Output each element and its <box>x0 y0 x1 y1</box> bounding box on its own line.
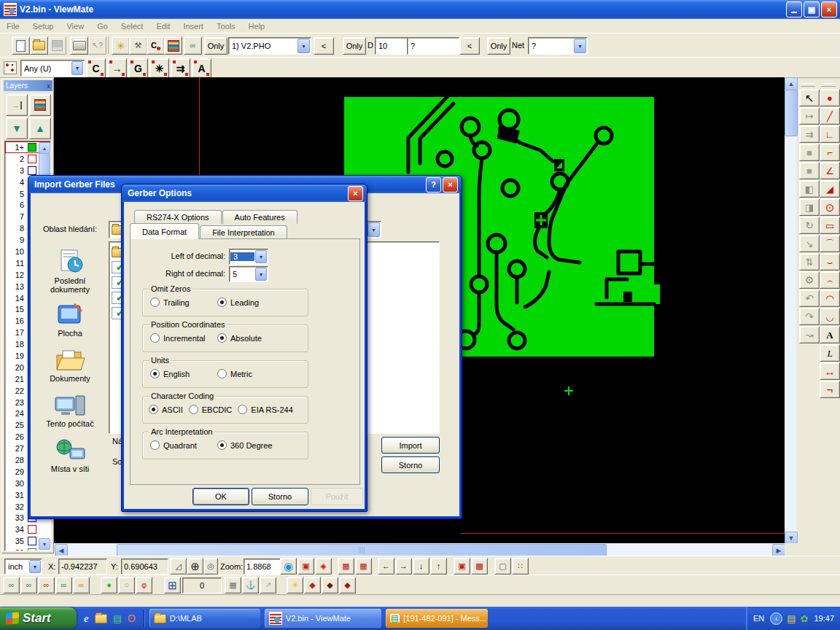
radio-option[interactable]: Leading <box>217 298 284 307</box>
close-icon[interactable]: x <box>47 82 53 90</box>
save-button[interactable] <box>48 36 66 55</box>
pad-offset-icon[interactable]: ◆ <box>339 577 356 594</box>
prev-net-button[interactable]: < <box>459 37 480 55</box>
tab[interactable]: Data Format <box>130 223 199 239</box>
radio-option[interactable]: Metric <box>217 369 284 378</box>
grid-step-value[interactable]: 0 <box>182 578 222 594</box>
scroll-right-button[interactable]: ▶ <box>772 544 785 556</box>
probe-icon[interactable]: φ <box>136 577 152 594</box>
task-button-messenger[interactable]: ▤ [191-482-091] - Mess... <box>386 609 488 628</box>
draw-line-icon[interactable]: ╱ <box>820 107 840 125</box>
grid-paste-icon[interactable]: ▩ <box>471 558 488 575</box>
area-select-icon[interactable]: ▢ <box>494 558 511 575</box>
draw-arc-icon[interactable]: ⌒ <box>820 235 840 252</box>
chevron-down-icon[interactable]: ▼ <box>29 560 41 573</box>
block-copy-icon[interactable]: ■ <box>799 162 820 179</box>
palette-grip[interactable] <box>821 83 836 87</box>
zoom-value-input[interactable]: 1.8868 <box>244 559 281 575</box>
scroll-left-button[interactable]: ◀ <box>55 544 68 556</box>
grid-copy-icon[interactable]: ▣ <box>454 558 470 575</box>
horizontal-scrollbar[interactable]: ◀ |||| ▶ <box>54 543 785 556</box>
grid-toggle-icon[interactable]: ▦ <box>355 558 372 575</box>
palette-grip[interactable] <box>801 83 815 87</box>
gerber-options-titlebar[interactable]: Gerber Options × <box>122 184 367 202</box>
select-cursor-icon[interactable]: ↖ <box>799 89 820 106</box>
layers-scroll-down-button[interactable]: ▼ <box>39 538 50 550</box>
chevron-down-icon[interactable]: ▼ <box>368 222 380 237</box>
only-dcode-button[interactable]: Only <box>343 37 366 55</box>
chevron-down-icon[interactable]: ▼ <box>298 39 310 53</box>
chevron-down-icon[interactable]: ▼ <box>574 39 586 53</box>
move-dcodes-icon[interactable]: ⇉ <box>799 125 820 143</box>
radio-option[interactable]: Incremental <box>150 333 217 343</box>
draw-dimension-icon[interactable]: ↔ <box>820 362 840 380</box>
pan-right-icon[interactable]: → <box>395 558 412 575</box>
mirror-vertical-icon[interactable]: ◧ <box>799 180 820 198</box>
layer-color-swatch[interactable] <box>28 143 36 152</box>
restore-button[interactable]: ▣ <box>804 1 820 18</box>
layer-color-swatch[interactable] <box>28 525 36 534</box>
draw-elbow-icon[interactable]: ⌐ <box>820 144 840 161</box>
tab[interactable]: Auto Features <box>222 210 298 224</box>
open-file-button[interactable] <box>30 36 48 55</box>
radio-option[interactable]: EBCDIC <box>189 405 233 414</box>
view-pads-icon[interactable]: ∞ <box>38 577 55 594</box>
radio-option[interactable]: ASCII <box>149 405 183 414</box>
lamp-off-icon[interactable]: ○ <box>118 577 135 594</box>
anchor-icon[interactable]: ⚓ <box>242 577 259 594</box>
layer-up-button[interactable]: ▲ <box>29 117 51 139</box>
draw-circle-icon[interactable]: ⊙ <box>820 198 840 216</box>
highlight-on-icon[interactable]: ● <box>101 577 117 594</box>
view-fill-icon[interactable]: ∞ <box>73 577 90 594</box>
only-net-button[interactable]: Only <box>487 37 510 55</box>
radio-option[interactable]: EIA RS-244 <box>238 405 292 414</box>
film-layers-button[interactable] <box>164 36 182 55</box>
draw-triangle-icon[interactable]: ◢ <box>820 180 840 198</box>
dcode-next-button[interactable]: ⇉ <box>171 58 190 78</box>
quick-launch-book-icon[interactable]: ▤ <box>113 614 122 623</box>
adjust-path-icon[interactable]: ↝ <box>799 326 820 343</box>
draw-angle-icon[interactable]: ∠ <box>820 162 840 179</box>
close-button[interactable]: × <box>821 1 837 18</box>
right-of-decimal-combo[interactable]: 5 ▼ <box>229 266 268 282</box>
menu-item[interactable]: File <box>0 20 26 32</box>
sidebar-item-documents[interactable]: Dokumenty <box>36 338 104 383</box>
vertical-scrollbar[interactable]: ▲ ▼ <box>785 77 796 543</box>
unit-combo[interactable]: inch ▼ <box>4 559 42 575</box>
language-indicator[interactable]: EN <box>753 614 764 623</box>
menu-item[interactable]: Tools <box>210 20 242 32</box>
dialog-close-button[interactable]: × <box>348 186 363 201</box>
layer-color-swatch[interactable] <box>28 166 36 175</box>
radio-option[interactable]: Absolute <box>217 333 284 343</box>
layer-row[interactable]: 34 <box>5 524 50 535</box>
dcode-type-combo[interactable]: Any (U) ▼ <box>20 60 85 77</box>
draw-halfcircle-icon[interactable]: ◠ <box>820 289 840 307</box>
layer-color-swatch[interactable] <box>28 155 36 163</box>
dialog-help-button[interactable]: ? <box>426 177 441 192</box>
dcode-filter-input[interactable]: ? <box>407 37 459 55</box>
chevron-down-icon[interactable]: ▼ <box>71 61 83 75</box>
draw-text-icon[interactable]: A <box>820 326 840 343</box>
draw-corner-icon[interactable]: ∟ <box>820 125 840 143</box>
layer-film-button[interactable] <box>29 94 51 116</box>
dcode-g-button[interactable]: G <box>128 58 148 78</box>
hscroll-thumb[interactable]: |||| <box>117 544 607 556</box>
measure-view-button[interactable]: ∞ <box>184 36 202 55</box>
firefox-icon[interactable]: ʘ <box>128 613 136 623</box>
redo-icon[interactable]: ↷ <box>799 308 820 325</box>
block-move-icon[interactable]: ■ <box>799 144 820 161</box>
zoom-in-icon[interactable]: ◉ <box>280 558 297 575</box>
vector-snap-icon[interactable]: ↗ <box>260 577 276 594</box>
import-button[interactable]: Import <box>381 437 440 454</box>
dcode-input[interactable]: 10 <box>375 37 408 55</box>
grid-origin-icon[interactable]: ▦ <box>338 558 354 575</box>
menu-item[interactable]: Insert <box>176 20 210 32</box>
reorder-layers-icon[interactable]: ⇅ <box>799 253 820 271</box>
layers-scroll-thumb[interactable] <box>39 153 50 178</box>
move-dcode-icon[interactable]: ↦ <box>799 107 820 125</box>
sidebar-item-desktop[interactable]: Plocha <box>36 294 104 338</box>
tray-collapse-icon[interactable]: ‹ <box>770 612 782 625</box>
prev-layer-button[interactable]: < <box>314 37 334 55</box>
sidebar-item-network[interactable]: Místa v síti <box>36 428 104 473</box>
radio-option[interactable]: English <box>150 369 217 378</box>
